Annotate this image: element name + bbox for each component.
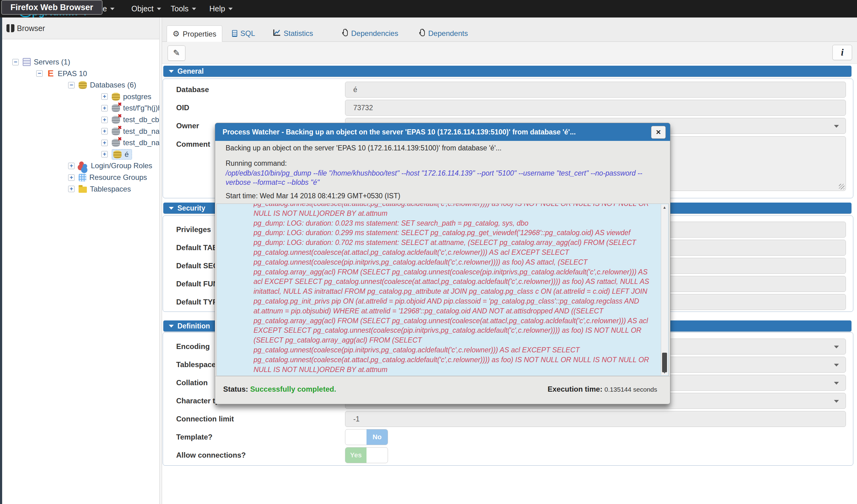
toggle-off-side <box>345 430 367 445</box>
hand-icon <box>419 29 428 38</box>
tree-item-label: EPAS 10 <box>58 69 87 78</box>
tree-item-servers-1-[interactable]: −Servers (1) <box>12 56 70 68</box>
field-label-owner: Owner <box>176 121 199 130</box>
panel-divider[interactable] <box>159 17 162 504</box>
browser-sidebar: Browser −Servers (1)−EEPAS 10−Databases … <box>2 17 159 504</box>
chevron-down-icon <box>157 8 161 10</box>
resize-grip-icon[interactable] <box>839 184 844 189</box>
process-log-panel[interactable]: pg_catalog.unnest(coalesce(at.attacl,pg_… <box>216 203 669 376</box>
menu-help[interactable]: Help <box>209 0 233 17</box>
running-command-label: Running command: <box>225 159 287 168</box>
input-oid[interactable]: 73732 <box>345 100 846 116</box>
object-tree: −Servers (1)−EEPAS 10−Databases (6)+post… <box>2 39 159 504</box>
tree-item-resource-groups[interactable]: +Resource Groups <box>68 172 147 183</box>
field-label-default-typ: Default TYP <box>176 298 218 306</box>
db-gold-icon <box>113 150 121 158</box>
dialog-titlebar[interactable]: Process Watcher - Backing up an object o… <box>215 123 670 141</box>
info-button[interactable]: i <box>833 45 852 60</box>
tree-item-label: é <box>124 150 129 159</box>
tab-label: Properties <box>183 30 216 38</box>
tab-sql[interactable]: SQL <box>226 26 261 41</box>
menu-object[interactable]: Object <box>131 0 161 17</box>
tree-item-login-group-roles[interactable]: +Login/Group Roles <box>68 160 152 172</box>
toggle-template-[interactable]: No <box>345 429 388 445</box>
expand-icon[interactable]: + <box>101 93 108 100</box>
field-label-default-seq: Default SEQ <box>176 262 219 270</box>
expand-icon[interactable]: + <box>101 117 108 123</box>
tabs-bar: ⚙PropertiesSQLStatisticsDependenciesDepe… <box>162 17 857 42</box>
field-label-database: Database <box>176 85 209 94</box>
collapse-icon[interactable]: − <box>36 70 43 77</box>
sidebar-title: Browser <box>17 24 45 33</box>
field-label-default-tab: Default TAB <box>176 243 218 252</box>
status-value: Successfully completed. <box>250 385 336 393</box>
menu-tools[interactable]: Tools <box>171 0 196 17</box>
process-log-lines: pg_catalog.unnest(coalesce(at.attacl,pg_… <box>254 203 651 374</box>
execution-time: Execution time: 0.135144 seconds <box>548 385 657 393</box>
scrollbar-thumb[interactable] <box>662 353 667 372</box>
input-database[interactable]: é <box>345 82 846 98</box>
section-collapse-icon <box>169 70 174 73</box>
tree-item-tablespaces[interactable]: +Tablespaces <box>68 183 131 195</box>
field-label-encoding: Encoding <box>176 342 209 351</box>
db-gold-icon <box>79 81 87 89</box>
expand-icon[interactable]: + <box>101 151 108 157</box>
browser-menubar: pgAdmin 4 FileObjectToolsHelp <box>0 0 857 17</box>
tab-label: Dependents <box>428 29 468 38</box>
close-icon[interactable]: ✕ <box>651 126 666 139</box>
field-label-default-fun: Default FUN <box>176 280 218 288</box>
hand-icon <box>342 29 351 38</box>
tab-statistics[interactable]: Statistics <box>268 26 319 41</box>
expand-icon[interactable]: + <box>101 105 108 112</box>
input-connection-limit[interactable]: -1 <box>345 411 846 427</box>
field-value: 73732 <box>353 104 373 112</box>
log-line: pg_dump: LOG: duration: 0.702 ms stateme… <box>254 238 651 248</box>
collapse-icon[interactable]: − <box>68 82 74 88</box>
log-line: pg_dump: LOG: duration: 0.299 ms stateme… <box>254 228 651 238</box>
dialog-footer: Status: Successfully completed. Executio… <box>215 376 670 404</box>
menu-label: Help <box>209 4 225 13</box>
log-line: (SELECT pg_catalog.array_agg(acl) FROM (… <box>254 335 651 345</box>
toggle-value: Yes <box>345 448 367 463</box>
chevron-down-icon <box>834 346 839 348</box>
folder-icon <box>79 187 87 193</box>
scroll-down-icon[interactable]: ▼ <box>661 370 668 374</box>
field-label-privileges: Privileges <box>176 225 211 234</box>
tab-dependencies[interactable]: Dependencies <box>337 26 404 41</box>
tab-properties[interactable]: ⚙Properties <box>167 26 222 43</box>
section-title: Security <box>178 204 205 213</box>
tree-item-postgres[interactable]: +postgres <box>101 91 151 102</box>
tab-dependents[interactable]: Dependents <box>414 26 473 41</box>
tree-item-epas-10[interactable]: −EEPAS 10 <box>36 68 87 80</box>
servers-icon <box>23 58 31 66</box>
tab-label: SQL <box>240 29 255 38</box>
log-line: pg_catalog.pg_init_privs pip ON (at.attr… <box>254 297 651 306</box>
dialog-intro-text: Backing up an object on the server 'EPAS… <box>225 144 502 152</box>
toggle-allow-connections-[interactable]: Yes <box>345 447 388 463</box>
expand-icon[interactable]: + <box>68 174 74 181</box>
field-label-oid: OID <box>176 103 189 112</box>
dialog-title: Process Watcher - Backing up an object o… <box>222 128 576 136</box>
expand-icon[interactable]: + <box>101 128 108 134</box>
scroll-up-icon[interactable]: ▲ <box>661 205 668 209</box>
expand-icon[interactable]: + <box>68 186 74 192</box>
execution-time-value: 0.135144 seconds <box>604 386 657 393</box>
sql-file-icon <box>232 30 237 37</box>
chevron-down-icon <box>834 382 839 385</box>
section-header-general[interactable]: General <box>163 66 852 77</box>
expand-icon[interactable]: + <box>101 140 108 146</box>
log-scrollbar[interactable]: ▲ ▼ <box>661 204 668 375</box>
log-line: initattacl, NULL AS initrattacl FROM pg_… <box>254 287 651 297</box>
tree-item-databases-6-[interactable]: −Databases (6) <box>68 79 136 91</box>
collapse-icon[interactable]: − <box>12 59 19 65</box>
edit-object-button[interactable]: ✎ <box>168 46 185 61</box>
db-gray-icon <box>112 128 120 135</box>
tree-item-label: postgres <box>123 93 151 101</box>
field-label-tablespace: Tablespace <box>176 360 216 369</box>
log-line: pg_dump: LOG: duration: 0.023 ms stateme… <box>254 219 651 229</box>
execution-time-label: Execution time: <box>548 385 603 393</box>
chevron-down-icon <box>110 8 115 10</box>
field-label-connection-limit: Connection limit <box>176 415 234 423</box>
tree-item--[interactable]: +é <box>101 149 132 160</box>
expand-icon[interactable]: + <box>68 163 74 169</box>
